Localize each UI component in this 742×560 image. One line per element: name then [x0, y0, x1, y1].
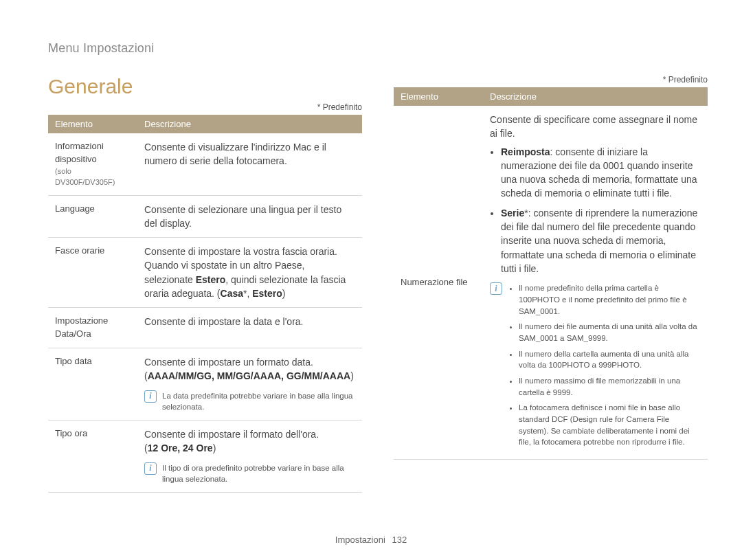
footer-page: 132	[392, 535, 407, 545]
info-icon: i	[490, 282, 502, 295]
row-label: Tipo ora	[48, 420, 137, 492]
th-element: Elemento	[394, 87, 483, 106]
row-desc: Consente di selezionare una lingua per i…	[137, 195, 362, 238]
note-item: Il numero massimo di file memorizzabili …	[519, 375, 701, 398]
row-label: Impostazione Data/Ora	[48, 308, 137, 348]
footer-section: Impostazioni	[335, 535, 385, 545]
table-row: Impostazione Data/Ora Consente di impost…	[48, 308, 362, 348]
th-desc: Descrizione	[137, 115, 362, 133]
settings-table-left: Elemento Descrizione Informazioni dispos…	[48, 115, 362, 493]
row-desc: Consente di specificare come assegnare i…	[483, 106, 708, 460]
note-item: Il numero dei file aumenta di una unità …	[519, 321, 701, 344]
table-row: Tipo data Consente di impostare un forma…	[48, 348, 362, 421]
row-desc: Consente di impostare la data e l'ora.	[137, 308, 362, 348]
page-footer: Impostazioni 132	[0, 535, 742, 545]
th-desc: Descrizione	[483, 87, 708, 106]
breadcrumb: Menu Impostazioni	[48, 41, 708, 56]
row-desc: Consente di impostare un formato data. (…	[137, 348, 362, 421]
info-icon: i	[144, 462, 157, 475]
settings-table-right: Elemento Descrizione Numerazione file Co…	[394, 87, 708, 460]
row-label: Language	[48, 195, 137, 238]
row-label: Informazioni dispositivo	[55, 141, 104, 164]
right-column: * Predefinito Elemento Descrizione Numer…	[394, 75, 708, 493]
row-label: Fasce orarie	[48, 238, 137, 308]
table-row: Tipo ora Consente di impostare il format…	[48, 420, 362, 492]
row-desc: Consente di visualizzare l'indirizzo Mac…	[137, 133, 362, 195]
table-row: Informazioni dispositivo (solo DV300F/DV…	[48, 133, 362, 195]
info-icon: i	[144, 390, 157, 403]
table-row: Language Consente di selezionare una lin…	[48, 195, 362, 238]
row-desc: Consente di impostare la vostra fascia o…	[137, 238, 362, 308]
left-column: Generale * Predefinito Elemento Descrizi…	[48, 75, 362, 493]
table-row: Numerazione file Consente di specificare…	[394, 106, 708, 460]
note-text: Il tipo di ora predefinito potrebbe vari…	[162, 462, 355, 485]
note-item: Il numero della cartella aumenta di una …	[519, 348, 701, 371]
row-label: Tipo data	[48, 348, 137, 421]
row-label: Numerazione file	[394, 106, 483, 460]
predef-note-left: * Predefinito	[48, 102, 362, 112]
note-item: Il nome predefinito della prima cartella…	[519, 282, 701, 317]
predef-note-right: * Predefinito	[394, 75, 708, 85]
row-sublabel: (solo DV300F/DV305F)	[55, 166, 131, 188]
row-desc: Consente di impostare il formato dell'or…	[137, 420, 362, 492]
note-item: La fotocamera definisce i nomi file in b…	[519, 402, 701, 448]
th-element: Elemento	[48, 115, 137, 133]
note-list: Il nome predefinito della prima cartella…	[508, 282, 701, 452]
note-text: La data predefinita potrebbe variare in …	[162, 390, 355, 413]
table-row: Fasce orarie Consente di impostare la vo…	[48, 238, 362, 308]
page-title: Generale	[48, 75, 362, 98]
